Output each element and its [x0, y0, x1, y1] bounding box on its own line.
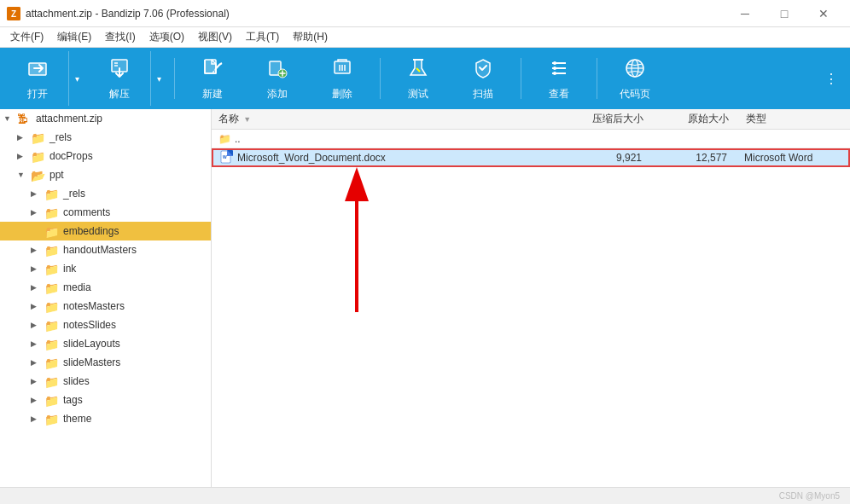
open-button[interactable]: 打开	[7, 51, 68, 106]
folder-icon: 📁	[44, 413, 60, 425]
sidebar-item-notesslides[interactable]: ▶ 📁 notesSlides	[0, 316, 211, 334]
zip-file-icon: 🗜	[17, 113, 32, 125]
svg-text:W: W	[223, 154, 227, 159]
folder-icon: 📁	[44, 394, 60, 406]
menu-find[interactable]: 查找(I)	[98, 28, 142, 46]
maximize-button[interactable]: □	[765, 0, 804, 27]
tree-docprops-label: docProps	[49, 150, 93, 162]
scan-button[interactable]: 扫描	[452, 51, 514, 106]
title-bar: Z attachment.zip - Bandizip 7.06 (Profes…	[0, 0, 850, 27]
open-icon	[26, 56, 49, 84]
view-label: 查看	[549, 87, 569, 101]
file-compressed-docx: 9,921	[550, 152, 652, 164]
table-row[interactable]: W Microsoft_Word_Document.docx 9,921 12,…	[212, 148, 850, 167]
codepage-button[interactable]: 代码页	[604, 51, 666, 106]
svg-point-18	[553, 67, 556, 70]
close-button[interactable]: ✕	[804, 0, 843, 27]
extract-dropdown[interactable]: ▾	[150, 51, 167, 106]
extract-button[interactable]: 解压	[89, 51, 150, 106]
tree-root[interactable]: ▼ 🗜 attachment.zip	[0, 109, 211, 128]
extract-btn-group: 解压 ▾	[89, 51, 167, 106]
tree-slides-label: slides	[63, 375, 90, 387]
new-icon	[201, 56, 224, 84]
new-button[interactable]: 新建	[182, 51, 243, 106]
tree-ink-label: ink	[63, 263, 76, 275]
sidebar-item-tags[interactable]: ▶ 📁 tags	[0, 391, 211, 409]
sidebar-item-ink[interactable]: ▶ 📁 ink	[0, 259, 211, 278]
sidebar-item-slidemasters[interactable]: ▶ 📁 slideMasters	[0, 353, 211, 372]
sidebar-item-theme[interactable]: ▶ 📁 theme	[0, 409, 211, 428]
menu-tools[interactable]: 工具(T)	[239, 28, 286, 46]
add-button[interactable]: 添加	[247, 51, 308, 106]
docx-file-label: Microsoft_Word_Document.docx	[237, 152, 386, 164]
folder-icon: 📁	[44, 188, 60, 200]
test-button[interactable]: 测试	[387, 51, 449, 106]
menu-file[interactable]: 文件(F)	[3, 28, 50, 46]
menu-bar: 文件(F) 编辑(E) 查找(I) 选项(O) 视图(V) 工具(T) 帮助(H…	[0, 27, 850, 48]
file-name-parent: 📁 ..	[212, 133, 551, 145]
sidebar-item-media[interactable]: ▶ 📁 media	[0, 278, 211, 297]
open-label: 打开	[27, 87, 48, 101]
expand-notesslides-icon: ▶	[31, 321, 44, 329]
open-dropdown[interactable]: ▾	[68, 51, 85, 106]
menu-view[interactable]: 视图(V)	[191, 28, 239, 46]
menu-options[interactable]: 选项(O)	[143, 28, 191, 46]
menu-edit[interactable]: 编辑(E)	[50, 28, 98, 46]
sidebar-item-ppt[interactable]: ▼ 📂 ppt	[0, 165, 211, 184]
file-type-docx: Microsoft Word	[737, 152, 848, 164]
col-compressed-header: 压缩后大小	[551, 112, 654, 126]
tree-embeddings-label: embeddings	[63, 225, 119, 237]
delete-button[interactable]: 删除	[311, 51, 373, 106]
annotation-arrow	[344, 167, 370, 323]
add-label: 添加	[267, 87, 288, 101]
sidebar-item-slides[interactable]: ▶ 📁 slides	[0, 372, 211, 391]
svg-text:Z: Z	[11, 9, 16, 19]
file-list-body: 📁 .. W	[212, 130, 850, 504]
sidebar-item-ppt-rels[interactable]: ▶ 📁 _rels	[0, 184, 211, 203]
table-row[interactable]: 📁 ..	[212, 130, 850, 148]
folder-icon: 📁	[44, 375, 60, 387]
expand-docprops-icon: ▶	[17, 152, 31, 160]
tree-slidelayouts-label: slideLayouts	[63, 338, 120, 350]
sidebar-item-embeddings[interactable]: 📁 embeddings	[0, 222, 211, 240]
toolbar-sep-1	[174, 58, 175, 99]
folder-icon: 📁	[44, 263, 60, 275]
watermark-text: CSDN @Myon5	[779, 491, 840, 501]
folder-icon: 📁	[44, 225, 60, 237]
sidebar-item-slidelayouts[interactable]: ▶ 📁 slideLayouts	[0, 334, 211, 353]
toolbar-sep-2	[380, 58, 381, 99]
sidebar-item-handoutmasters[interactable]: ▶ 📁 handoutMasters	[0, 240, 211, 259]
sort-arrow: ▼	[243, 115, 251, 124]
tree-root-label: attachment.zip	[36, 113, 102, 125]
folder-icon: 📁	[44, 319, 60, 331]
scan-icon	[471, 56, 495, 84]
window-title: attachment.zip - Bandizip 7.06 (Professi…	[26, 8, 725, 20]
open-btn-group: 打开 ▾	[7, 51, 85, 106]
expand-root-icon: ▼	[3, 114, 17, 123]
sidebar-item-rels-root[interactable]: ▶ 📁 _rels	[0, 128, 211, 147]
sidebar-item-docprops[interactable]: ▶ 📁 docProps	[0, 147, 211, 165]
view-button[interactable]: 查看	[528, 51, 590, 106]
tree-notesslides-label: notesSlides	[63, 319, 116, 331]
toolbar: 打开 ▾ 解压 ▾	[0, 48, 850, 109]
sidebar-item-notesmasters[interactable]: ▶ 📁 notesMasters	[0, 297, 211, 316]
status-bar: CSDN @Myon5	[0, 487, 850, 504]
sidebar-item-comments[interactable]: ▶ 📁 comments	[0, 203, 211, 222]
folder-icon: 📁	[44, 338, 60, 350]
view-icon	[547, 56, 571, 84]
tree-media-label: media	[63, 281, 91, 293]
expand-theme-icon: ▶	[31, 414, 44, 423]
tree-notesmasters-label: notesMasters	[63, 300, 125, 312]
minimize-button[interactable]: ─	[725, 0, 765, 27]
expand-media-icon: ▶	[31, 283, 44, 292]
folder-icon: 📁	[44, 356, 60, 368]
docx-file-icon: W	[220, 150, 234, 166]
folder-icon: 📁	[44, 206, 60, 218]
svg-point-19	[553, 72, 556, 75]
more-options-button[interactable]: ⋮	[819, 67, 843, 90]
folder-icon: 📁	[31, 131, 46, 143]
file-list-panel: 名称 ▼ 压缩后大小 原始大小 类型 📁 ..	[212, 109, 850, 504]
menu-help[interactable]: 帮助(H)	[286, 28, 335, 46]
window-controls: ─ □ ✕	[725, 0, 843, 27]
tree-comments-label: comments	[63, 206, 110, 218]
